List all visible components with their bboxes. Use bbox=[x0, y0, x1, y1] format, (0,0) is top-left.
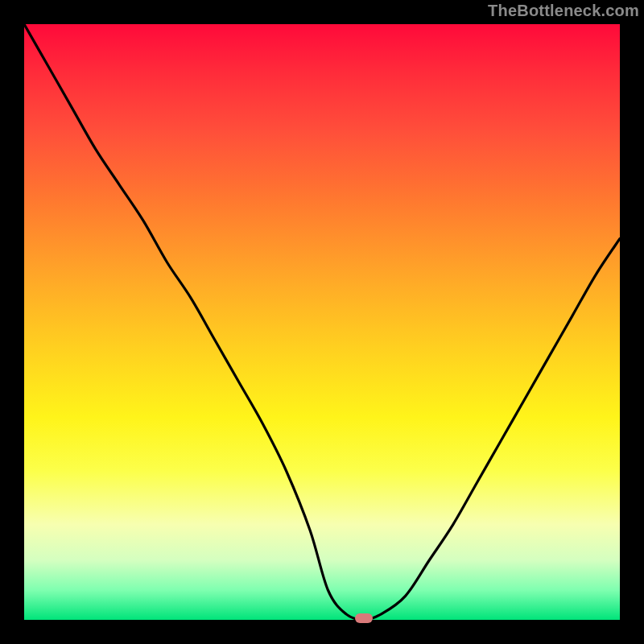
bottleneck-curve bbox=[24, 24, 620, 620]
chart-frame: TheBottleneck.com bbox=[0, 0, 644, 644]
plot-area bbox=[24, 24, 620, 620]
optimal-point-marker bbox=[355, 613, 373, 623]
watermark-text: TheBottleneck.com bbox=[488, 2, 639, 20]
